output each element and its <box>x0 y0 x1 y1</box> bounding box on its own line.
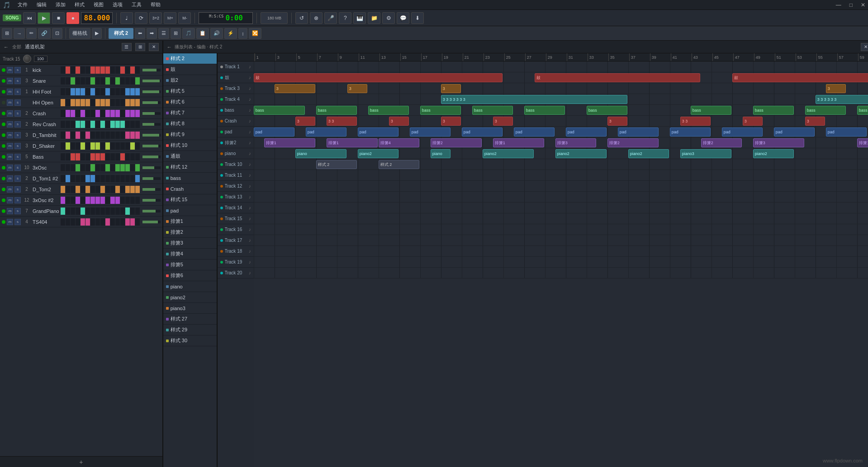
pad-4[interactable] <box>81 121 85 128</box>
pad-6[interactable] <box>90 164 95 171</box>
channel-volume[interactable] <box>142 210 161 212</box>
channel-row[interactable]: m s 1 kick <box>0 65 162 75</box>
pad-11[interactable] <box>115 121 120 128</box>
track-wave-icon[interactable]: ♪ <box>249 173 251 178</box>
pad-10[interactable] <box>110 197 115 204</box>
window-maximize[interactable]: □ <box>849 2 853 8</box>
pattern-list-item[interactable]: 样式 6 <box>163 97 217 108</box>
pad-13[interactable] <box>125 142 130 150</box>
pad-5[interactable] <box>85 208 90 215</box>
pad-9[interactable] <box>105 121 110 128</box>
pad-1[interactable] <box>66 218 70 226</box>
pad-9[interactable] <box>105 186 110 193</box>
channel-volume[interactable] <box>142 221 161 223</box>
pad-5[interactable] <box>85 164 90 171</box>
pad-0[interactable] <box>61 175 65 182</box>
window-minimize[interactable]: — <box>836 2 841 8</box>
pad-14[interactable] <box>130 142 135 150</box>
pattern-block[interactable]: piano2 <box>358 149 398 158</box>
pad-5[interactable] <box>85 110 90 117</box>
pad-9[interactable] <box>105 197 110 204</box>
pad-8[interactable] <box>100 164 105 171</box>
pad-12[interactable] <box>120 218 125 226</box>
pad-14[interactable] <box>130 66 135 74</box>
pattern-block[interactable]: piano2 <box>628 149 669 158</box>
pad-5[interactable] <box>85 88 90 95</box>
channel-volume[interactable] <box>142 166 161 169</box>
channel-pads[interactable] <box>61 121 140 128</box>
channel-volume[interactable] <box>142 177 161 180</box>
channel-volume[interactable] <box>142 123 161 126</box>
pad-12[interactable] <box>120 153 125 160</box>
pad-3[interactable] <box>76 99 80 106</box>
channel-pads[interactable] <box>61 197 140 204</box>
pad-3[interactable] <box>76 88 80 95</box>
rack-menu-btn[interactable]: ☰ <box>122 43 132 51</box>
pad-0[interactable] <box>61 164 65 171</box>
pattern-block[interactable]: 3 3 3 3 3 3 <box>816 95 868 104</box>
pattern-list-item[interactable]: 排箫2 <box>163 227 217 238</box>
pad-6[interactable] <box>90 66 95 74</box>
pattern-list-item[interactable]: 样式 2 <box>163 53 217 64</box>
pad-0[interactable] <box>61 99 65 106</box>
pad-5[interactable] <box>85 66 90 74</box>
pattern-list-item[interactable]: 鼓 <box>163 64 217 75</box>
pattern-block[interactable]: 鼓 <box>732 73 868 82</box>
pattern-list-item[interactable]: 样式 8 <box>163 118 217 129</box>
pattern-btn-1[interactable]: ⊞ <box>171 28 181 39</box>
pad-1[interactable] <box>66 121 70 128</box>
pad-2[interactable] <box>71 186 75 193</box>
pad-2[interactable] <box>71 121 75 128</box>
channel-solo-btn[interactable]: s <box>14 67 21 73</box>
pad-0[interactable] <box>61 66 65 74</box>
draw-button[interactable]: ✏ <box>26 28 37 39</box>
channel-row[interactable]: m s 2 D_Tom1 #2 <box>0 173 162 184</box>
channel-row[interactable]: m s 2 Crash <box>0 108 162 119</box>
pad-10[interactable] <box>110 110 115 117</box>
channel-volume[interactable] <box>142 199 161 202</box>
pattern-block[interactable]: 3 3 3 3 3 3 3 <box>441 95 627 104</box>
pattern-list-item[interactable]: Crash <box>163 184 217 194</box>
pattern-block[interactable]: 样式 2 <box>379 160 419 169</box>
pad-6[interactable] <box>90 88 95 95</box>
menu-item-tools[interactable]: 工具 <box>130 0 143 9</box>
pad-13[interactable] <box>125 66 130 74</box>
pad-10[interactable] <box>110 186 115 193</box>
pad-0[interactable] <box>61 121 65 128</box>
song-badge[interactable]: SONG <box>3 14 21 21</box>
menu-item-view[interactable]: 视图 <box>92 0 105 9</box>
pad-0[interactable] <box>61 153 65 160</box>
pad-2[interactable] <box>71 110 75 117</box>
pattern-block[interactable]: 鼓 <box>254 73 503 82</box>
pad-11[interactable] <box>115 77 120 85</box>
pattern-list-item[interactable]: pad <box>163 205 217 216</box>
pattern-block[interactable]: 3 <box>607 117 627 126</box>
pad-9[interactable] <box>105 153 110 160</box>
pattern-block[interactable]: 3 <box>389 117 409 126</box>
pad-9[interactable] <box>105 208 110 215</box>
pattern-block[interactable]: bass <box>368 106 409 115</box>
metronome-button[interactable]: ♩ <box>120 12 133 24</box>
grid-arrow[interactable]: ▶ <box>92 28 102 39</box>
pad-11[interactable] <box>115 186 120 193</box>
pad-3[interactable] <box>76 208 80 215</box>
pad-10[interactable] <box>110 142 115 150</box>
pad-12[interactable] <box>120 132 125 139</box>
channel-solo-btn[interactable]: s <box>14 165 21 171</box>
pattern-block[interactable]: pad <box>618 127 659 137</box>
pad-14[interactable] <box>130 197 135 204</box>
menu-item-options[interactable]: 选项 <box>111 0 124 9</box>
pad-7[interactable] <box>95 142 100 150</box>
pad-15[interactable] <box>135 175 140 182</box>
pad-2[interactable] <box>71 153 75 160</box>
loop-button[interactable]: ⟳ <box>135 12 147 24</box>
pad-7[interactable] <box>95 153 100 160</box>
pad-8[interactable] <box>100 66 105 74</box>
pad-6[interactable] <box>90 121 95 128</box>
chat-button[interactable]: 💬 <box>397 12 409 24</box>
channel-volume[interactable] <box>142 112 161 115</box>
pattern-list-item[interactable]: 样式 29 <box>163 325 217 335</box>
pad-5[interactable] <box>85 99 90 106</box>
pattern-list-item[interactable]: 通鼓 <box>163 151 217 162</box>
pad-11[interactable] <box>115 164 120 171</box>
